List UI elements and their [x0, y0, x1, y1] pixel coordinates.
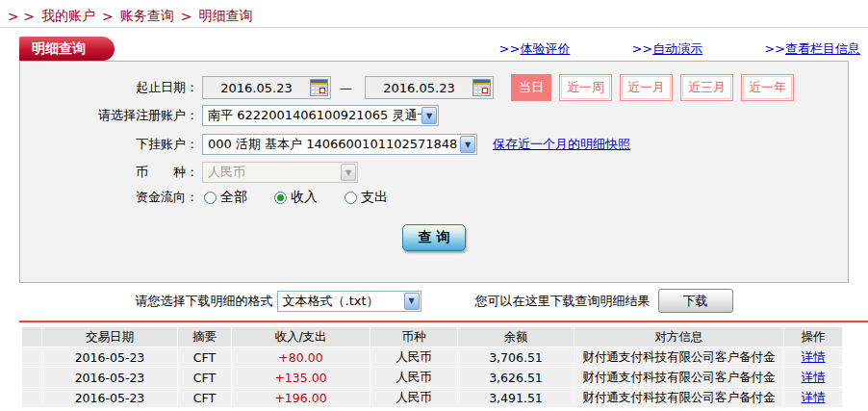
- download-format-label: 请您选择下载明细的格式: [136, 293, 273, 310]
- download-format-select[interactable]: 文本格式（.txt） ▼: [277, 291, 421, 312]
- start-date-value: 2016.05.23: [203, 81, 310, 95]
- sub-account-label: 下挂账户：: [20, 136, 198, 153]
- link-prefix: >>: [499, 41, 521, 56]
- cell-balance: 3,626.51: [458, 368, 574, 387]
- detail-link[interactable]: 详情: [802, 390, 826, 404]
- funds-flow-option-label: 支出: [361, 189, 388, 206]
- funds-flow-option-label: 全部: [220, 189, 247, 206]
- chevron-down-icon[interactable]: ▼: [404, 293, 420, 310]
- period-button[interactable]: 近一月: [620, 74, 673, 101]
- table-row: 2016-05-23 CFT +80.00 人民币 3,706.51 财付通支付…: [22, 347, 842, 367]
- link-prefix: >>: [764, 41, 785, 56]
- link-label: 体验评价: [520, 41, 570, 56]
- breadcrumb-separator: >: [181, 9, 192, 24]
- header-counterparty: 对方信息: [574, 327, 783, 347]
- cell-summary: CFT: [178, 347, 231, 367]
- period-button-group: 当日 近一周 近一月 近三月 近一年: [511, 74, 794, 101]
- radio-icon[interactable]: [345, 192, 357, 204]
- cell-currency: 人民币: [370, 347, 457, 367]
- cell-currency: 人民币: [370, 368, 457, 387]
- funds-flow-row: 资金流向： 全部 收入 支出: [20, 189, 848, 206]
- funds-flow-option[interactable]: 支出: [345, 189, 388, 206]
- end-date-value: 2016.05.23: [366, 81, 472, 95]
- currency-row: 币 种： 人民币 ▼: [20, 162, 848, 183]
- cell-empty: [22, 388, 41, 407]
- calendar-icon[interactable]: [310, 79, 328, 96]
- cell-amount: +135.00: [232, 368, 370, 387]
- chevron-down-icon[interactable]: ▼: [421, 107, 437, 124]
- save-snapshot-link[interactable]: 保存近一个月的明细快照: [493, 136, 630, 153]
- currency-label: 币 种：: [20, 164, 198, 181]
- cell-trade-date: 2016-05-23: [42, 388, 177, 407]
- table-row: 2016-05-23 CFT +135.00 人民币 3,626.51 财付通支…: [22, 368, 842, 387]
- date-range-dash: —: [340, 81, 352, 95]
- funds-flow-option-label: 收入: [291, 189, 318, 206]
- page: > > 我的账户 > 账务查询 > 明细查询 明细查询 >>体验评价 >>自动演…: [0, 0, 868, 411]
- register-account-select[interactable]: 南平 6222001406100921065 灵通卡 ▼: [202, 105, 439, 126]
- table-header-row: 交易日期 摘要 收入/支出 币种 余额 对方信息 操作: [22, 327, 842, 347]
- detail-link[interactable]: 详情: [802, 370, 826, 384]
- register-account-value: 南平 6222001406100921065 灵通卡: [208, 107, 429, 124]
- cell-amount: +196.00: [232, 388, 370, 407]
- end-date-field[interactable]: 2016.05.23: [365, 76, 494, 99]
- register-account-label: 请选择注册账户：: [20, 107, 198, 124]
- cell-balance: 3,706.51: [458, 347, 574, 367]
- sub-account-select[interactable]: 000 活期 基本户 1406600101102571848 ▼: [202, 134, 477, 155]
- header-trade-date: 交易日期: [42, 327, 177, 347]
- radio-icon[interactable]: [204, 192, 217, 204]
- calendar-icon[interactable]: [472, 79, 491, 96]
- sub-account-value: 000 活期 基本户 1406600101102571848: [208, 136, 457, 153]
- cell-counterparty: 财付通支付科技有限公司客户备付金: [574, 368, 783, 387]
- funds-flow-option[interactable]: 收入: [274, 189, 318, 206]
- date-range-row: 起止日期： 2016.05.23 — 2016.05.23 当日 近一周 近一月…: [20, 74, 848, 101]
- chevron-down-icon[interactable]: ▼: [460, 136, 475, 153]
- radio-icon[interactable]: [274, 192, 287, 204]
- breadcrumb-item-account-query[interactable]: 账务查询: [120, 8, 174, 25]
- section-tab-detail-query: 明细查询: [19, 37, 115, 61]
- link-label: 自动演示: [652, 41, 702, 56]
- cell-summary: CFT: [178, 388, 231, 407]
- breadcrumb: > > 我的账户 > 账务查询 > 明细查询: [8, 8, 252, 25]
- sub-account-row: 下挂账户： 000 活期 基本户 1406600101102571848 ▼ 保…: [20, 134, 848, 155]
- divider: [0, 27, 868, 28]
- cell-trade-date: 2016-05-23: [42, 368, 177, 387]
- cell-empty: [22, 347, 41, 367]
- chevron-down-icon: ▼: [341, 164, 356, 181]
- breadcrumb-prefix: > >: [8, 9, 35, 24]
- breadcrumb-item-detail-query[interactable]: 明细查询: [198, 8, 252, 25]
- download-row: 请您选择下载明细的格式 文本格式（.txt） ▼ 您可以在这里下载查询明细结果 …: [0, 289, 868, 313]
- query-button[interactable]: 查 询: [402, 224, 466, 251]
- breadcrumb-item-my-account[interactable]: 我的账户: [41, 8, 95, 25]
- funds-flow-option[interactable]: 全部: [204, 189, 247, 206]
- header-currency: 币种: [370, 327, 457, 347]
- period-button[interactable]: 近一周: [559, 74, 612, 101]
- cell-summary: CFT: [178, 368, 231, 387]
- cell-balance: 3,491.51: [458, 388, 574, 407]
- date-range-label: 起止日期：: [20, 79, 198, 96]
- start-date-field[interactable]: 2016.05.23: [202, 76, 331, 99]
- header-links: >>体验评价 >>自动演示 >>查看栏目信息: [499, 40, 860, 58]
- cell-empty: [22, 368, 41, 387]
- cell-counterparty: 财付通支付科技有限公司客户备付金: [574, 388, 783, 407]
- query-button-row: 查 询: [20, 224, 848, 251]
- period-button[interactable]: 近一年: [741, 74, 794, 101]
- link-auto-demo[interactable]: >>自动演示: [631, 40, 702, 58]
- link-view-column-info[interactable]: >>查看栏目信息: [764, 40, 860, 58]
- download-hint-label: 您可以在这里下载查询明细结果: [475, 293, 651, 310]
- funds-flow-label: 资金流向：: [20, 189, 198, 206]
- register-account-row: 请选择注册账户： 南平 6222001406100921065 灵通卡 ▼: [20, 105, 848, 126]
- results-table: 交易日期 摘要 收入/支出 币种 余额 对方信息 操作 2016-05-23 C…: [21, 326, 843, 408]
- link-label: 查看栏目信息: [785, 41, 860, 56]
- link-prefix: >>: [631, 41, 652, 56]
- header-empty: [22, 327, 41, 347]
- period-button[interactable]: 当日: [511, 74, 551, 101]
- query-form-panel: 起止日期： 2016.05.23 — 2016.05.23 当日 近一周 近一月…: [19, 61, 849, 283]
- link-experience-rating[interactable]: >>体验评价: [499, 40, 571, 58]
- download-button[interactable]: 下载: [658, 289, 733, 313]
- table-top-divider: [19, 321, 868, 322]
- detail-link[interactable]: 详情: [802, 349, 826, 364]
- table-row: 2016-05-23 CFT +196.00 人民币 3,491.51 财付通支…: [22, 388, 842, 407]
- header-income-expense: 收入/支出: [232, 327, 370, 347]
- period-button[interactable]: 近三月: [680, 74, 733, 101]
- header-balance: 余额: [458, 327, 574, 347]
